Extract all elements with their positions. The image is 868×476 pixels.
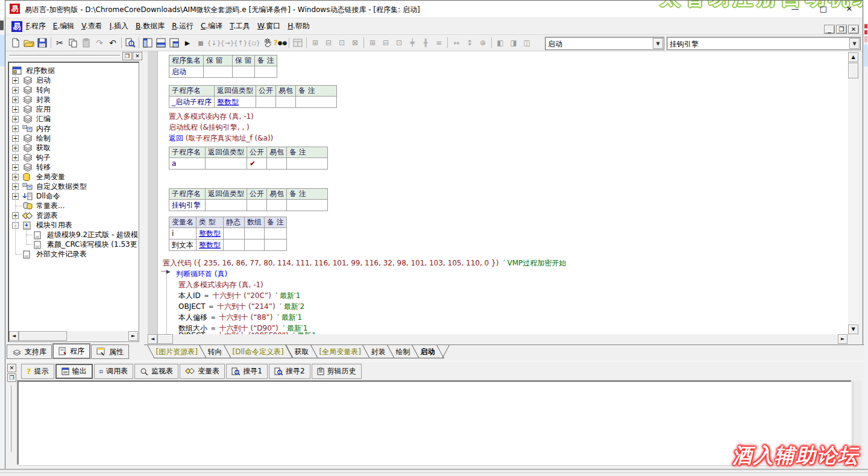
w3-button[interactable]: ◫ — [520, 36, 533, 49]
save-button[interactable] — [36, 36, 49, 49]
menu-数据库[interactable]: B.数据库 — [132, 21, 168, 31]
tab-搜寻2[interactable]: 搜寻2 — [269, 364, 310, 379]
u3-button[interactable]: ⊡ — [392, 36, 406, 49]
tree-hscrollbar[interactable]: ◄ ► — [9, 331, 138, 341]
tab-提示[interactable]: ?提示 — [21, 364, 54, 379]
table-cell[interactable] — [206, 200, 247, 211]
t3-button[interactable]: ⊡ — [335, 36, 348, 49]
copy-button[interactable] — [66, 36, 80, 49]
table-cell[interactable]: 到文本 — [169, 240, 197, 251]
table-cell[interactable]: 整数型 — [215, 97, 256, 108]
find-button[interactable] — [124, 36, 137, 49]
u5-button[interactable]: ╫ — [419, 36, 432, 49]
menu-工具[interactable]: T.工具 — [226, 21, 254, 31]
v3-button[interactable]: ⊕ — [476, 36, 489, 49]
table-cell[interactable]: 整数型 — [197, 228, 224, 240]
table-cell[interactable] — [206, 158, 247, 170]
table-cell[interactable]: _启动子程序 — [169, 97, 215, 108]
stop-button[interactable]: ■ — [194, 36, 207, 49]
mdi-close-button[interactable]: ✕ — [848, 25, 859, 34]
minimize-button[interactable]: — — [786, 3, 804, 15]
code-line[interactable]: 置入代码 ({ 235, 16, 86, 77, 80, 114, 111, 1… — [163, 258, 566, 268]
table-cell[interactable] — [224, 240, 245, 251]
doctab-图片资源表[interactable]: [图片资源表] — [147, 345, 207, 358]
tree-item[interactable]: +启动 — [12, 75, 51, 85]
cut-button[interactable]: ✂ — [53, 36, 66, 49]
tree-item[interactable]: +封装 — [12, 95, 51, 104]
editor-hscrollbar[interactable]: ◄ ► — [148, 334, 858, 344]
table-cell[interactable]: 启动 — [169, 66, 204, 78]
tab-程序[interactable]: 程序 — [52, 343, 90, 359]
step3-button[interactable]: {↑} — [234, 36, 247, 49]
u6-button[interactable]: ≡ — [432, 36, 445, 49]
table-cell[interactable] — [247, 200, 267, 211]
menu-运行[interactable]: R.运行 — [168, 21, 197, 31]
hand-button[interactable] — [260, 36, 274, 49]
output-area[interactable] — [17, 381, 852, 465]
tree-item[interactable]: 超级模块9.2正式版 - 超级模 — [23, 230, 138, 240]
maximize-button[interactable]: □ — [814, 3, 832, 15]
code-editor[interactable]: 程序集名保 留保 留备 注启动子程序名返回值类型公开易包备 注_启动子程序整数型… — [158, 51, 848, 334]
code-line[interactable]: 返回 (取子程序真实地址_f (&a)) — [169, 133, 273, 144]
t1-button[interactable]: ⊞ — [309, 36, 322, 49]
table-cell[interactable] — [233, 66, 255, 78]
table-cell[interactable]: 整数型 — [197, 240, 224, 251]
u1-button[interactable]: ⊞ — [366, 36, 379, 49]
doctab-Dll命令定义表[interactable]: [Dll命令定义表] — [224, 345, 294, 358]
panel-float-button[interactable]: ❐ — [7, 373, 16, 382]
table-cell[interactable] — [267, 158, 287, 170]
doctab-启动[interactable]: 启动 — [412, 345, 444, 358]
table-cell[interactable]: ✔ — [247, 158, 267, 170]
new-button[interactable] — [9, 36, 22, 49]
code-line[interactable]: 启动线程 (&挂钩引擎, , ) — [169, 122, 250, 133]
panel-close-button[interactable]: ✕ — [7, 364, 16, 372]
tab-属性[interactable]: 属性 — [91, 344, 129, 359]
step1-button[interactable]: {↓} — [207, 36, 221, 49]
code-line[interactable]: OBJECT ＝ 十六到十 (“214”) ′ 最新′2 — [178, 302, 304, 312]
tree-item[interactable]: +转移 — [12, 162, 51, 172]
code-line[interactable]: 本人偏移 ＝ 十六到十 (“88”) ′ 最新′1 — [178, 313, 302, 323]
menu-帮助[interactable]: H.帮助 — [284, 21, 313, 31]
v2-button[interactable]: ↕ — [463, 36, 476, 49]
chevron-down-icon[interactable]: ▼ — [849, 38, 860, 49]
tab-监视表[interactable]: 监视表 — [134, 364, 178, 379]
tree-item[interactable]: +转向 — [12, 85, 51, 95]
mdi-restore-button[interactable]: ❐ — [836, 25, 847, 34]
assembly-combo[interactable]: 启动▼ — [545, 37, 664, 50]
tab-搜寻1[interactable]: 搜寻1 — [226, 364, 268, 379]
subroutine-combo[interactable]: 挂钩引擎▼ — [667, 37, 861, 50]
tree-item[interactable]: +资源表 — [12, 211, 58, 220]
code-line[interactable]: 置入多模式读内存 (真, -1) — [178, 280, 263, 290]
run-button[interactable]: ▶ — [181, 36, 194, 49]
table-cell[interactable] — [224, 228, 245, 240]
table-cell[interactable]: a — [169, 158, 206, 170]
table-cell[interactable] — [245, 228, 265, 240]
table-cell[interactable] — [267, 200, 287, 211]
code-line[interactable]: 判断循环首 (真) — [176, 269, 227, 279]
tab-变量表[interactable]: 变量表 — [180, 364, 225, 379]
tab-调用表[interactable]: ⌗调用表 — [94, 364, 134, 379]
grid-button[interactable] — [291, 36, 304, 49]
table-cell[interactable] — [287, 200, 328, 211]
tree-item[interactable]: 程序数据 — [12, 66, 55, 75]
menu-编译[interactable]: C.编译 — [197, 21, 226, 31]
table-cell[interactable] — [265, 228, 287, 240]
tile3-button[interactable] — [168, 36, 181, 49]
menu-窗口[interactable]: W.窗口 — [254, 21, 284, 31]
tree-item[interactable]: +自定义数据类型 — [12, 182, 87, 191]
tab-输出[interactable]: 输出 — [55, 364, 93, 379]
table-cell[interactable] — [254, 66, 277, 78]
table-cell[interactable]: 挂钩引擎 — [169, 200, 206, 211]
tree-item[interactable]: +绘制 — [12, 133, 51, 143]
tree-item[interactable]: +内存 — [12, 124, 51, 133]
table-cell[interactable]: i — [169, 228, 197, 240]
panel-grip[interactable] — [10, 386, 11, 452]
table-cell[interactable] — [204, 66, 233, 78]
editor-vscrollbar[interactable]: ▲ ▼ — [848, 52, 858, 334]
tree-item[interactable]: +Dll命令 — [12, 191, 60, 201]
chevron-down-icon[interactable]: ▼ — [653, 38, 663, 49]
code-line[interactable]: 置入多模式读内存 (真, -1) — [169, 112, 254, 122]
u2-button[interactable]: ⊟ — [379, 36, 392, 49]
u4-button[interactable]: ╪ — [406, 36, 419, 49]
panel-grip[interactable] — [9, 55, 120, 57]
